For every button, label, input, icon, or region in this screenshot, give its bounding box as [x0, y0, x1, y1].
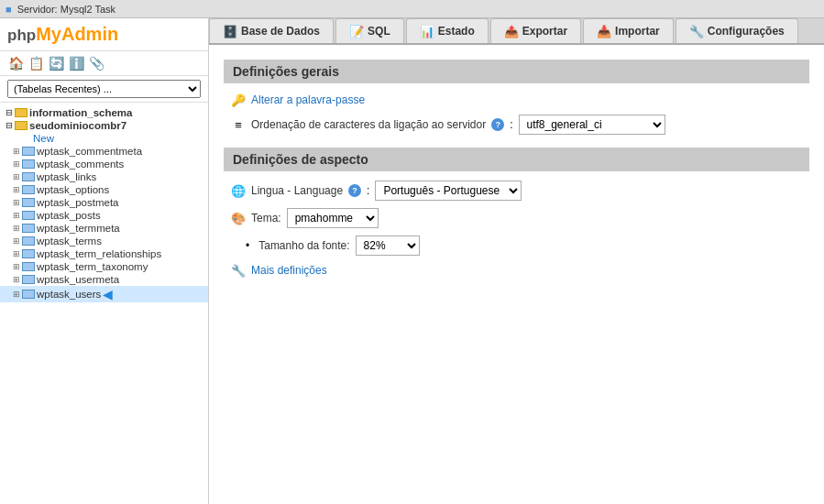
charset-row: ≡ Ordenação de caracteres da ligação ao … [224, 115, 809, 135]
reload-icon[interactable]: 🔄 [48, 55, 64, 71]
expand-icon: ⊞ [11, 248, 22, 259]
home-icon[interactable]: 🏠 [7, 55, 24, 71]
table-icon [22, 185, 35, 194]
tree-item-info-schema[interactable]: ⊟ information_schema [0, 106, 208, 119]
tree-item-options[interactable]: ⊞ wptask_options [0, 183, 208, 196]
sql-icon: 📝 [349, 24, 364, 38]
tree-item-posts[interactable]: ⊞ wptask_posts [0, 209, 208, 222]
expand-icon: ⊞ [11, 197, 22, 208]
language-icon: 🌐 [231, 183, 246, 198]
tree-item-postmeta[interactable]: ⊞ wptask_postmeta [0, 196, 208, 209]
recent-tables-select[interactable]: (Tabelas Recentes) ... [7, 80, 201, 98]
database-icon: 🗄️ [223, 24, 237, 38]
refresh-icon[interactable]: 📋 [27, 55, 44, 71]
fontsize-select[interactable]: 82% [356, 236, 420, 256]
table-label: wptask_termmeta [37, 223, 120, 234]
language-help-icon[interactable]: ? [348, 184, 361, 197]
config-icon: 🔧 [689, 24, 704, 38]
expand-icon: ⊞ [11, 274, 22, 285]
theme-icon: 🎨 [231, 211, 246, 225]
top-bar: ■ Servidor: Mysql2 Task [0, 0, 824, 18]
appearance-section-header: Definições de aspecto [224, 148, 809, 171]
tab-label: Estado [438, 25, 475, 38]
tab-label: Base de Dados [241, 25, 320, 38]
theme-label: Tema: [251, 212, 281, 225]
language-label: Lingua - Language [251, 184, 343, 197]
tree-item-new[interactable]: New [0, 132, 208, 145]
more-settings-row: 🔧 Mais definições [224, 263, 809, 278]
sidebar: phpMyAdmin 🏠 📋 🔄 ℹ️ 📎 (Tabelas Recentes)… [0, 18, 209, 504]
table-label: wptask_terms [37, 236, 102, 247]
charset-icon: ≡ [231, 117, 246, 132]
charset-help-icon[interactable]: ? [491, 118, 504, 131]
tree-item-term-tax[interactable]: ⊞ wptask_term_taxonomy [0, 260, 208, 273]
table-label: wptask_usermeta [37, 274, 119, 285]
expand-icon [22, 133, 33, 144]
fontsize-label: Tamanho da fonte: [258, 239, 349, 252]
general-section-header: Definições gerais [224, 60, 809, 83]
tree-item-usermeta[interactable]: ⊞ wptask_usermeta [0, 273, 208, 286]
tab-title: Servidor: Mysql2 Task [17, 4, 115, 15]
tab-label: Importar [615, 25, 660, 38]
recent-tables-container: (Tabelas Recentes) ... [0, 76, 208, 103]
expand-icon: ⊞ [11, 289, 22, 300]
table-icon [22, 147, 35, 156]
table-label: wptask_links [37, 171, 96, 182]
table-label: wptask_comments [37, 159, 124, 170]
expand-icon: ⊞ [11, 236, 22, 247]
colon: : [510, 118, 512, 131]
table-icon [22, 290, 35, 299]
password-link[interactable]: Alterar a palavra-passe [251, 93, 365, 106]
tree-item-term-rel[interactable]: ⊞ wptask_term_relationships [0, 247, 208, 260]
db-icon [15, 121, 27, 130]
arrow-indicator: ◀ [103, 287, 113, 301]
table-icon [22, 262, 35, 271]
expand-icon: ⊞ [11, 261, 22, 272]
importar-icon: 📥 [597, 24, 611, 38]
theme-select[interactable]: pmahomme [287, 208, 379, 228]
expand-icon: ⊞ [11, 184, 22, 195]
language-select[interactable]: Português - Portuguese [375, 181, 522, 201]
tree-item-seudominiocom[interactable]: ⊟ seudominiocombr7 [0, 119, 208, 132]
tab-label: Configurações [708, 25, 785, 38]
table-label: wptask_postmeta [37, 197, 119, 208]
db-label: information_schema [29, 107, 132, 118]
expand-icon: ⊞ [11, 210, 22, 221]
tree-item-commentmeta[interactable]: ⊞ wptask_commentmeta [0, 145, 208, 158]
link-icon[interactable]: 📎 [88, 55, 104, 71]
tab-label: Exportar [522, 25, 567, 38]
tab-estado[interactable]: 📊 Estado [406, 18, 489, 43]
tree-item-termmeta[interactable]: ⊞ wptask_termmeta [0, 222, 208, 235]
colon2: : [367, 184, 369, 197]
tab-exportar[interactable]: 📤 Exportar [490, 18, 581, 43]
table-label: wptask_term_relationships [37, 248, 161, 259]
tree-item-users[interactable]: ⊞ wptask_users ◀ [0, 286, 208, 302]
table-label: wptask_commentmeta [37, 146, 142, 157]
charset-select[interactable]: utf8_general_ci [519, 115, 665, 135]
table-icon [22, 275, 35, 284]
table-icon [22, 159, 35, 169]
tree-item-comments[interactable]: ⊞ wptask_comments [0, 158, 208, 170]
tab-configuracoes[interactable]: 🔧 Configurações [676, 18, 798, 43]
nav-tabs: 🗄️ Base de Dados 📝 SQL 📊 Estado 📤 Export… [209, 18, 824, 45]
tree-item-links[interactable]: ⊞ wptask_links [0, 170, 208, 183]
expand-icon: ⊟ [4, 120, 15, 131]
tab-icon: ■ [5, 4, 12, 15]
expand-icon: ⊞ [11, 171, 22, 182]
table-label: wptask_posts [37, 210, 101, 221]
tree-item-terms[interactable]: ⊞ wptask_terms [0, 235, 208, 247]
more-settings-link[interactable]: Mais definições [251, 264, 327, 277]
bullet: • [246, 239, 249, 252]
info-icon[interactable]: ℹ️ [68, 55, 84, 71]
expand-icon: ⊞ [11, 159, 22, 170]
main-layout: phpMyAdmin 🏠 📋 🔄 ℹ️ 📎 (Tabelas Recentes)… [0, 18, 824, 504]
language-row: 🌐 Lingua - Language ? : Português - Port… [224, 181, 809, 201]
tab-base-dados[interactable]: 🗄️ Base de Dados [209, 18, 334, 43]
tab-importar[interactable]: 📥 Importar [583, 18, 674, 43]
expand-icon: ⊞ [11, 223, 22, 234]
expand-icon: ⊟ [4, 107, 15, 118]
table-label: wptask_users [37, 289, 101, 300]
tab-sql[interactable]: 📝 SQL [335, 18, 404, 43]
content-area: 🗄️ Base de Dados 📝 SQL 📊 Estado 📤 Export… [209, 18, 824, 504]
exportar-icon: 📤 [504, 24, 519, 38]
